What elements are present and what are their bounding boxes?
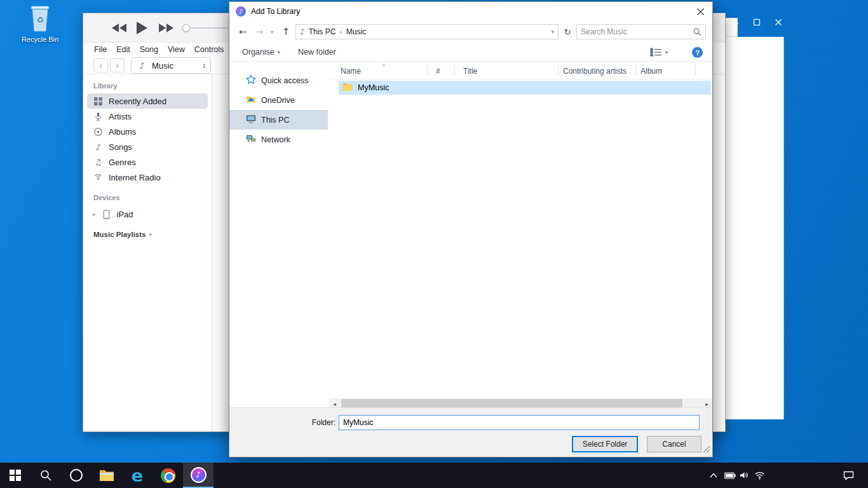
file-list-header: ▴ Name # Title Contributing artists Albu… [328, 62, 712, 79]
media-type-selector[interactable]: ♪ Music ▴▾ [131, 57, 211, 74]
cancel-label: Cancel [662, 440, 686, 449]
menu-song[interactable]: Song [140, 45, 158, 54]
search-box[interactable] [576, 24, 706, 39]
file-row-mymusic[interactable]: MyMusic [339, 81, 711, 95]
close-icon[interactable] [771, 16, 785, 29]
new-folder-button[interactable]: New folder [298, 43, 336, 62]
itunes-sidebar: Library Recently Added Artists [83, 74, 212, 431]
music-playlists-header[interactable]: Music Playlists ▾ [83, 231, 212, 238]
taskbar-search-button[interactable] [31, 463, 61, 488]
rewind-button[interactable] [112, 13, 127, 43]
dialog-footer: Folder: Select Folder Cancel [229, 407, 712, 457]
itunes-forward-button[interactable]: › [110, 58, 125, 72]
column-divider[interactable] [635, 65, 636, 76]
ipad-icon [101, 209, 112, 220]
back-arrow-icon[interactable]: ← [236, 21, 250, 43]
media-type-value: Music [152, 61, 198, 71]
view-mode-button[interactable]: ▾ [650, 43, 668, 62]
nav-item-quick-access[interactable]: Quick access [229, 71, 328, 90]
fast-forward-button[interactable] [158, 13, 173, 43]
file-explorer-button[interactable] [92, 463, 122, 488]
organise-label: Organise [242, 48, 275, 57]
sidebar-item-label: Recently Added [109, 97, 166, 106]
tray-show-hidden-icons[interactable] [705, 463, 722, 488]
search-input[interactable] [581, 25, 689, 38]
cortana-button[interactable] [61, 463, 92, 488]
column-header-contributing-artists[interactable]: Contributing artists [563, 67, 627, 76]
recycle-bin-label: Recycle Bin [15, 36, 65, 43]
sidebar-item-songs[interactable]: ♪ Songs [87, 139, 208, 154]
folder-field-label: Folder: [293, 418, 336, 427]
column-divider[interactable] [427, 65, 428, 76]
cortana-icon [70, 469, 83, 482]
menu-file[interactable]: File [94, 45, 107, 54]
nav-item-network[interactable]: Network [229, 130, 328, 149]
playlists-header-label: Music Playlists [93, 231, 146, 238]
column-divider[interactable] [695, 65, 696, 76]
breadcrumb-music[interactable]: Music [346, 27, 366, 36]
genres-icon: ♫ [93, 157, 104, 168]
library-header: Library [83, 82, 212, 90]
sidebar-item-internet-radio[interactable]: Internet Radio [87, 170, 208, 185]
tray-network[interactable] [751, 463, 768, 488]
sidebar-item-artists[interactable]: Artists [87, 109, 208, 124]
column-header-title[interactable]: Title [463, 67, 477, 76]
itunes-icon: ♪ [191, 467, 207, 483]
expand-chevron-icon[interactable]: ▸ [93, 211, 96, 217]
cancel-button[interactable]: Cancel [647, 436, 702, 452]
help-button[interactable]: ? [692, 47, 703, 58]
sidebar-item-label: Artists [109, 112, 132, 121]
column-header-name[interactable]: Name [341, 67, 361, 76]
minimize-icon[interactable] [728, 16, 742, 29]
sidebar-item-label: Songs [109, 142, 132, 152]
volume-slider[interactable] [184, 27, 228, 29]
menu-controls[interactable]: Controls [194, 45, 224, 54]
address-box[interactable]: ♪ This PC › Music ▾ [295, 24, 559, 39]
tray-volume[interactable] [736, 463, 752, 488]
devices-header: Devices [83, 194, 212, 201]
dialog-titlebar[interactable]: ♪ Add To Library [229, 2, 712, 21]
search-icon[interactable] [693, 27, 702, 39]
recycle-bin[interactable]: ♻ Recycle Bin [15, 4, 65, 43]
maximize-icon[interactable] [750, 16, 764, 29]
resize-grip[interactable] [702, 445, 710, 455]
sidebar-item-recently-added[interactable]: Recently Added [87, 93, 208, 109]
breadcrumb-separator-icon: › [339, 28, 342, 36]
action-center-button[interactable] [837, 463, 859, 488]
folder-name-input[interactable] [339, 415, 700, 430]
itunes-taskbar-button[interactable]: ♪ [183, 463, 214, 488]
breadcrumb-this-pc[interactable]: This PC [309, 27, 336, 36]
recent-locations-chevron-icon[interactable]: ▾ [268, 21, 276, 43]
sidebar-item-label: Internet Radio [109, 173, 161, 182]
start-button[interactable] [0, 463, 31, 488]
play-button[interactable] [135, 13, 148, 43]
forward-arrow-icon[interactable]: → [252, 21, 266, 43]
taskbar: e ♪ [0, 463, 868, 488]
edge-icon: e [132, 467, 143, 484]
sidebar-item-genres[interactable]: ♫ Genres [87, 154, 208, 170]
sidebar-item-ipad[interactable]: ▸ iPad [87, 207, 208, 222]
column-header-number[interactable]: # [436, 67, 440, 76]
refresh-icon[interactable]: ↻ [561, 21, 574, 43]
volume-slider-knob[interactable] [182, 24, 190, 32]
column-divider[interactable] [454, 65, 455, 76]
add-to-library-dialog: ♪ Add To Library ← → ▾ ↑ ♪ This PC › Mus… [229, 1, 713, 458]
nav-item-onedrive[interactable]: OneDrive [229, 90, 328, 110]
onedrive-icon [246, 94, 256, 106]
menu-edit[interactable]: Edit [116, 45, 130, 54]
up-arrow-icon[interactable]: ↑ [279, 21, 293, 43]
organise-button[interactable]: Organise ▾ [242, 43, 280, 62]
sidebar-item-albums[interactable]: Albums [87, 124, 208, 139]
select-folder-button[interactable]: Select Folder [572, 436, 638, 452]
column-header-album[interactable]: Album [641, 67, 662, 76]
dialog-close-button[interactable] [688, 2, 712, 21]
menu-view[interactable]: View [168, 45, 185, 54]
sidebar-item-label: Genres [109, 158, 136, 167]
this-pc-icon [246, 114, 256, 126]
nav-item-this-pc[interactable]: This PC [229, 110, 328, 130]
column-divider[interactable] [558, 65, 559, 76]
chrome-button[interactable] [153, 463, 183, 488]
edge-button[interactable]: e [122, 463, 153, 488]
address-dropdown-icon[interactable]: ▾ [551, 29, 554, 35]
itunes-back-button[interactable]: ‹ [93, 58, 108, 72]
